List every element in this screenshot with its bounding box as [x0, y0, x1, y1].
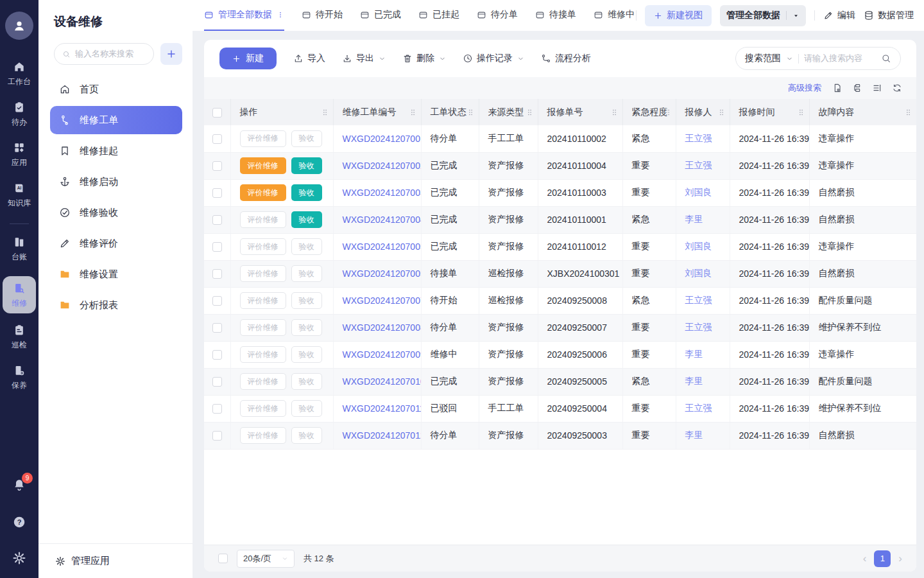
column-header[interactable]: 报修单号 — [538, 99, 622, 125]
user-avatar[interactable] — [5, 12, 33, 40]
notifications-button[interactable]: 9 — [12, 478, 26, 495]
evaluate-repair-button[interactable]: 评价维修 — [240, 211, 286, 228]
column-header[interactable]: 维修工单编号 — [333, 99, 421, 125]
sidebar-item-repair-accept[interactable]: 维修验收 — [50, 198, 182, 227]
reporter-link[interactable]: 李里 — [685, 214, 703, 224]
row-checkbox[interactable] — [212, 161, 222, 171]
evaluate-repair-button[interactable]: 评价维修 — [240, 238, 286, 255]
reporter-link[interactable]: 李里 — [685, 376, 703, 386]
current-page-button[interactable]: 1 — [874, 550, 891, 567]
row-checkbox[interactable] — [212, 323, 222, 333]
refresh-icon[interactable] — [892, 83, 902, 93]
reporter-link[interactable]: 王立强 — [685, 295, 712, 305]
group-structure-icon[interactable] — [852, 83, 862, 93]
acceptance-button[interactable]: 验收 — [291, 130, 322, 147]
view-dropdown[interactable]: 管理全部数据 — [720, 5, 806, 26]
add-module-button[interactable] — [160, 43, 182, 65]
data-manage-button[interactable]: 数据管理 — [864, 10, 914, 21]
rail-item-inspection[interactable]: 巡检 — [12, 324, 27, 351]
order-number-link[interactable]: WXGD20241207007 — [343, 295, 422, 306]
reporter-link[interactable]: 刘国良 — [685, 268, 712, 278]
row-checkbox[interactable] — [212, 215, 222, 225]
tab-pending-start[interactable]: 待开始 — [302, 0, 343, 31]
order-number-link[interactable]: WXGD20241207008 — [343, 322, 422, 333]
rail-item-ledger[interactable]: 台账 — [12, 236, 27, 263]
column-header[interactable]: 操作 — [230, 99, 333, 125]
row-checkbox[interactable] — [212, 377, 222, 387]
order-number-link[interactable]: WXGD20241207004 — [343, 215, 422, 225]
evaluate-repair-button[interactable]: 评价维修 — [240, 292, 286, 309]
evaluate-repair-button[interactable]: 评价维修 — [240, 130, 286, 147]
rail-item-maintenance[interactable]: 保养 — [12, 364, 27, 391]
column-header[interactable]: 报修人 — [676, 99, 730, 125]
evaluate-repair-button[interactable]: 评价维修 — [240, 346, 286, 363]
acceptance-button[interactable]: 验收 — [291, 184, 322, 201]
tab-completed[interactable]: 已完成 — [360, 0, 401, 31]
tab-suspended[interactable]: 已挂起 — [418, 0, 459, 31]
sidebar-item-repair-settings[interactable]: 维修设置 — [50, 260, 182, 288]
row-checkbox[interactable] — [212, 350, 222, 360]
rail-item-workbench[interactable]: 工作台 — [8, 60, 31, 87]
order-number-link[interactable]: WXGD20241207005 — [343, 241, 422, 252]
reporter-link[interactable]: 李里 — [685, 430, 703, 440]
reporter-link[interactable]: 王立强 — [685, 133, 712, 143]
column-header[interactable]: 故障内容 — [809, 99, 916, 125]
evaluate-repair-button[interactable]: 评价维修 — [240, 184, 286, 201]
acceptance-button[interactable]: 验收 — [291, 238, 322, 255]
order-number-link[interactable]: WXGD20241207012 — [343, 430, 422, 441]
module-search-input[interactable]: 输入名称来搜索 — [54, 43, 154, 65]
reporter-link[interactable]: 王立强 — [685, 160, 712, 170]
rail-item-knowledge[interactable]: AI知识库 — [8, 182, 31, 209]
acceptance-button[interactable]: 验收 — [291, 346, 322, 363]
flow-analysis-button[interactable]: 流程分析 — [541, 53, 591, 64]
acceptance-button[interactable]: 验收 — [291, 427, 322, 444]
order-number-link[interactable]: WXGD20241207002 — [343, 161, 422, 171]
help-button[interactable]: ? — [12, 515, 26, 532]
column-header[interactable]: 紧急程度 — [622, 99, 676, 125]
row-checkbox[interactable] — [212, 431, 222, 441]
column-header[interactable]: 来源类型 — [479, 99, 538, 125]
acceptance-button[interactable]: 验收 — [291, 400, 322, 417]
sidebar-item-repair-start[interactable]: 维修启动 — [50, 168, 182, 196]
reporter-link[interactable]: 王立强 — [685, 322, 712, 332]
settings-button[interactable] — [12, 551, 26, 568]
new-view-button[interactable]: 新建视图 — [645, 5, 712, 26]
evaluate-repair-button[interactable]: 评价维修 — [240, 400, 286, 417]
row-checkbox[interactable] — [212, 188, 222, 198]
row-checkbox[interactable] — [212, 404, 222, 414]
column-header[interactable]: 报修时间 — [730, 99, 809, 125]
evaluate-repair-button[interactable]: 评价维修 — [240, 157, 286, 174]
acceptance-button[interactable]: 验收 — [291, 211, 322, 228]
row-checkbox[interactable] — [212, 296, 222, 306]
tab-manage-all-data[interactable]: 管理全部数据 — [204, 0, 284, 31]
edit-view-button[interactable]: 编辑 — [823, 10, 855, 21]
sidebar-item-repair-suspend[interactable]: 维修挂起 — [50, 137, 182, 165]
row-checkbox[interactable] — [212, 269, 222, 279]
column-header[interactable]: 工单状态 — [421, 99, 479, 125]
order-number-link[interactable]: WXGD20241207009 — [343, 349, 422, 360]
tab-pending-accept[interactable]: 待接单 — [535, 0, 576, 31]
order-number-link[interactable]: WXGD20241207005 — [343, 268, 422, 279]
export-button[interactable]: 导出 — [342, 53, 386, 64]
page-size-select[interactable]: 20条/页 — [237, 550, 295, 568]
reporter-link[interactable]: 刘国良 — [685, 241, 712, 251]
order-number-link[interactable]: WXGD20241207003 — [343, 188, 422, 198]
search-scope-label[interactable]: 搜索范围 — [745, 53, 781, 64]
import-button[interactable]: 导入 — [293, 53, 325, 64]
reporter-link[interactable]: 李里 — [685, 349, 703, 359]
evaluate-repair-button[interactable]: 评价维修 — [240, 427, 286, 444]
search-icon[interactable] — [881, 53, 891, 64]
evaluate-repair-button[interactable]: 评价维修 — [240, 265, 286, 282]
rail-item-todo[interactable]: 待办 — [12, 101, 27, 128]
acceptance-button[interactable]: 验收 — [291, 319, 322, 336]
manage-app-button[interactable]: 管理应用 — [38, 543, 193, 578]
reporter-link[interactable]: 王立强 — [685, 403, 712, 413]
select-all-checkbox[interactable] — [218, 554, 228, 563]
header-checkbox[interactable] — [212, 108, 222, 118]
create-button[interactable]: 新建 — [219, 48, 277, 69]
rail-item-apps[interactable]: 应用 — [12, 141, 27, 168]
export-file-icon[interactable] — [832, 83, 843, 93]
evaluate-repair-button[interactable]: 评价维修 — [240, 373, 286, 390]
row-checkbox[interactable] — [212, 134, 222, 144]
order-number-link[interactable]: WXGD20241207011 — [343, 403, 422, 414]
